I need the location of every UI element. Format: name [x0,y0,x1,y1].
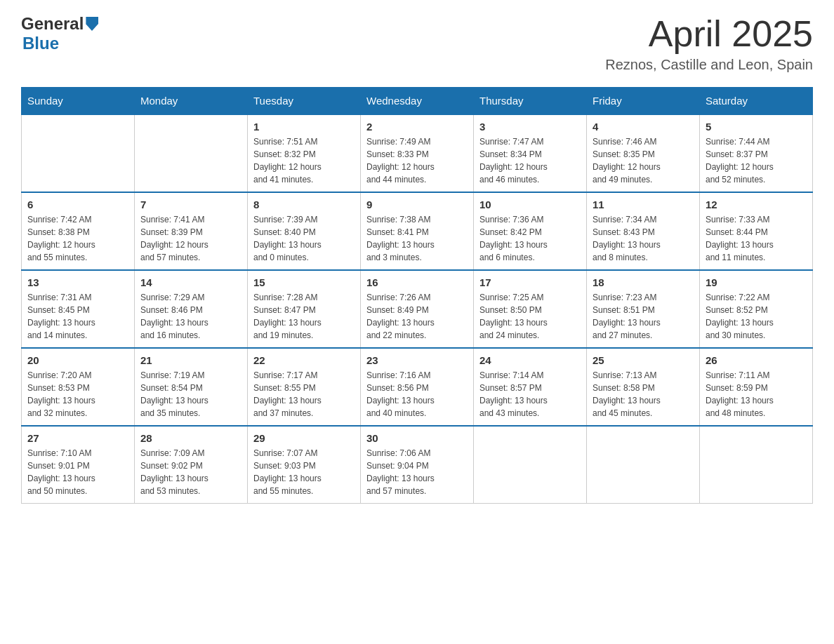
day-info: Sunrise: 7:25 AM Sunset: 8:50 PM Dayligh… [479,291,581,342]
header-wednesday: Wednesday [361,88,474,115]
calendar-cell-w1-d3: 1Sunrise: 7:51 AM Sunset: 8:32 PM Daylig… [248,114,361,192]
title-block: April 2025 Reznos, Castille and Leon, Sp… [605,14,813,73]
calendar-cell-w2-d2: 7Sunrise: 7:41 AM Sunset: 8:39 PM Daylig… [135,192,248,270]
day-info: Sunrise: 7:39 AM Sunset: 8:40 PM Dayligh… [253,213,355,264]
day-number: 3 [479,121,581,133]
day-info: Sunrise: 7:22 AM Sunset: 8:52 PM Dayligh… [706,291,807,342]
day-info: Sunrise: 7:47 AM Sunset: 8:34 PM Dayligh… [479,135,581,186]
day-info: Sunrise: 7:51 AM Sunset: 8:32 PM Dayligh… [253,135,355,186]
header-sunday: Sunday [22,88,135,115]
day-info: Sunrise: 7:07 AM Sunset: 9:03 PM Dayligh… [253,447,355,497]
day-info: Sunrise: 7:16 AM Sunset: 8:56 PM Dayligh… [366,369,468,420]
calendar-cell-w4-d4: 23Sunrise: 7:16 AM Sunset: 8:56 PM Dayli… [361,348,474,426]
day-info: Sunrise: 7:11 AM Sunset: 8:59 PM Dayligh… [706,369,807,420]
calendar-cell-w2-d4: 9Sunrise: 7:38 AM Sunset: 8:41 PM Daylig… [361,192,474,270]
calendar-body: 1Sunrise: 7:51 AM Sunset: 8:32 PM Daylig… [22,114,813,504]
day-number: 9 [366,199,468,210]
header-monday: Monday [135,88,248,115]
week-row-5: 27Sunrise: 7:10 AM Sunset: 9:01 PM Dayli… [22,426,813,504]
calendar-cell-w2-d3: 8Sunrise: 7:39 AM Sunset: 8:40 PM Daylig… [248,192,361,270]
day-info: Sunrise: 7:13 AM Sunset: 8:58 PM Dayligh… [593,369,694,420]
day-info: Sunrise: 7:41 AM Sunset: 8:39 PM Dayligh… [140,213,241,264]
calendar-cell-w2-d7: 12Sunrise: 7:33 AM Sunset: 8:44 PM Dayli… [700,192,813,270]
header-saturday: Saturday [700,88,813,115]
day-number: 28 [140,432,241,444]
calendar-cell-w3-d3: 15Sunrise: 7:28 AM Sunset: 8:47 PM Dayli… [248,270,361,348]
day-info: Sunrise: 7:46 AM Sunset: 8:35 PM Dayligh… [593,135,694,186]
calendar-header: SundayMondayTuesdayWednesdayThursdayFrid… [22,88,813,115]
day-info: Sunrise: 7:38 AM Sunset: 8:41 PM Dayligh… [366,213,468,264]
day-info: Sunrise: 7:14 AM Sunset: 8:57 PM Dayligh… [479,369,581,420]
day-number: 21 [140,354,241,366]
day-number: 13 [27,276,128,288]
day-info: Sunrise: 7:23 AM Sunset: 8:51 PM Dayligh… [593,291,694,342]
header-friday: Friday [587,88,700,115]
day-info: Sunrise: 7:10 AM Sunset: 9:01 PM Dayligh… [27,447,128,497]
calendar-cell-w4-d5: 24Sunrise: 7:14 AM Sunset: 8:57 PM Dayli… [474,348,587,426]
calendar-cell-w4-d7: 26Sunrise: 7:11 AM Sunset: 8:59 PM Dayli… [700,348,813,426]
week-row-4: 20Sunrise: 7:20 AM Sunset: 8:53 PM Dayli… [22,348,813,426]
calendar-cell-w1-d2 [135,114,248,192]
day-number: 5 [706,121,807,133]
day-number: 29 [253,432,355,444]
header-thursday: Thursday [474,88,587,115]
day-number: 4 [593,121,694,133]
day-info: Sunrise: 7:33 AM Sunset: 8:44 PM Dayligh… [706,213,807,264]
calendar-cell-w5-d5 [474,426,587,504]
day-info: Sunrise: 7:36 AM Sunset: 8:42 PM Dayligh… [479,213,581,264]
week-row-3: 13Sunrise: 7:31 AM Sunset: 8:45 PM Dayli… [22,270,813,348]
day-info: Sunrise: 7:09 AM Sunset: 9:02 PM Dayligh… [140,447,241,497]
day-number: 27 [27,432,128,444]
calendar-cell-w2-d6: 11Sunrise: 7:34 AM Sunset: 8:43 PM Dayli… [587,192,700,270]
logo: General Blue [21,14,98,53]
calendar-cell-w1-d7: 5Sunrise: 7:44 AM Sunset: 8:37 PM Daylig… [700,114,813,192]
day-info: Sunrise: 7:19 AM Sunset: 8:54 PM Dayligh… [140,369,241,420]
day-number: 2 [366,121,468,133]
calendar-cell-w4-d3: 22Sunrise: 7:17 AM Sunset: 8:55 PM Dayli… [248,348,361,426]
day-info: Sunrise: 7:44 AM Sunset: 8:37 PM Dayligh… [706,135,807,186]
day-number: 23 [366,354,468,366]
logo-general-text: General [21,14,84,34]
day-number: 14 [140,276,241,288]
day-number: 19 [706,276,807,288]
calendar-table: SundayMondayTuesdayWednesdayThursdayFrid… [21,87,813,504]
calendar-cell-w5-d1: 27Sunrise: 7:10 AM Sunset: 9:01 PM Dayli… [22,426,135,504]
day-info: Sunrise: 7:31 AM Sunset: 8:45 PM Dayligh… [27,291,128,342]
calendar-cell-w5-d7 [700,426,813,504]
calendar-cell-w1-d1 [22,114,135,192]
header-tuesday: Tuesday [248,88,361,115]
day-info: Sunrise: 7:20 AM Sunset: 8:53 PM Dayligh… [27,369,128,420]
calendar-cell-w3-d7: 19Sunrise: 7:22 AM Sunset: 8:52 PM Dayli… [700,270,813,348]
page-header: General Blue April 2025 Reznos, Castille… [21,14,813,73]
day-number: 11 [593,199,694,210]
calendar-cell-w3-d6: 18Sunrise: 7:23 AM Sunset: 8:51 PM Dayli… [587,270,700,348]
day-info: Sunrise: 7:28 AM Sunset: 8:47 PM Dayligh… [253,291,355,342]
day-info: Sunrise: 7:17 AM Sunset: 8:55 PM Dayligh… [253,369,355,420]
calendar-cell-w5-d3: 29Sunrise: 7:07 AM Sunset: 9:03 PM Dayli… [248,426,361,504]
day-info: Sunrise: 7:06 AM Sunset: 9:04 PM Dayligh… [366,447,468,497]
location-subtitle: Reznos, Castille and Leon, Spain [605,57,813,73]
day-number: 16 [366,276,468,288]
day-number: 7 [140,199,241,210]
calendar-cell-w5-d2: 28Sunrise: 7:09 AM Sunset: 9:02 PM Dayli… [135,426,248,504]
calendar-cell-w3-d5: 17Sunrise: 7:25 AM Sunset: 8:50 PM Dayli… [474,270,587,348]
day-info: Sunrise: 7:49 AM Sunset: 8:33 PM Dayligh… [366,135,468,186]
calendar-cell-w5-d6 [587,426,700,504]
day-info: Sunrise: 7:29 AM Sunset: 8:46 PM Dayligh… [140,291,241,342]
calendar-cell-w2-d5: 10Sunrise: 7:36 AM Sunset: 8:42 PM Dayli… [474,192,587,270]
day-number: 30 [366,432,468,444]
month-year-title: April 2025 [605,14,813,54]
day-number: 6 [27,199,128,210]
calendar-cell-w2-d1: 6Sunrise: 7:42 AM Sunset: 8:38 PM Daylig… [22,192,135,270]
week-row-1: 1Sunrise: 7:51 AM Sunset: 8:32 PM Daylig… [22,114,813,192]
day-number: 22 [253,354,355,366]
calendar-cell-w1-d4: 2Sunrise: 7:49 AM Sunset: 8:33 PM Daylig… [361,114,474,192]
logo-flag-icon [86,17,98,31]
calendar-cell-w3-d4: 16Sunrise: 7:26 AM Sunset: 8:49 PM Dayli… [361,270,474,348]
day-number: 15 [253,276,355,288]
calendar-cell-w3-d2: 14Sunrise: 7:29 AM Sunset: 8:46 PM Dayli… [135,270,248,348]
day-info: Sunrise: 7:26 AM Sunset: 8:49 PM Dayligh… [366,291,468,342]
days-of-week-row: SundayMondayTuesdayWednesdayThursdayFrid… [22,88,813,115]
day-number: 12 [706,199,807,210]
day-info: Sunrise: 7:34 AM Sunset: 8:43 PM Dayligh… [593,213,694,264]
